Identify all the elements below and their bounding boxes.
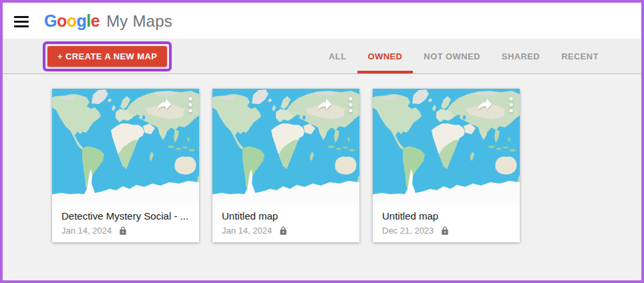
tab-owned[interactable]: OWNED bbox=[357, 39, 414, 73]
maps-toolbar: + CREATE A NEW MAP ALL OWNED NOT OWNED S… bbox=[3, 39, 641, 74]
share-arrow-icon[interactable] bbox=[156, 95, 172, 111]
map-title: Detective Mystery Social - ... bbox=[61, 210, 190, 222]
map-date: Dec 21, 2023 bbox=[382, 226, 434, 236]
share-arrow-icon[interactable] bbox=[317, 95, 333, 111]
google-logo-letter-1: o bbox=[57, 11, 67, 30]
lock-icon bbox=[279, 226, 288, 236]
world-map-image bbox=[373, 89, 520, 204]
map-card[interactable]: Untitled map Jan 14, 2024 bbox=[212, 89, 359, 242]
map-title: Untitled map bbox=[222, 210, 350, 222]
tab-recent[interactable]: RECENT bbox=[550, 39, 609, 73]
lock-icon bbox=[118, 226, 128, 236]
filter-tabs: ALL OWNED NOT OWNED SHARED RECENT bbox=[318, 39, 609, 73]
google-logo: Google bbox=[44, 11, 100, 31]
create-new-map-button[interactable]: + CREATE A NEW MAP bbox=[47, 46, 167, 67]
more-vert-icon[interactable] bbox=[509, 97, 513, 113]
tab-all[interactable]: ALL bbox=[318, 39, 357, 73]
google-logo-letter-0: G bbox=[44, 11, 57, 30]
more-vert-icon[interactable] bbox=[349, 97, 353, 113]
map-thumbnail[interactable] bbox=[212, 89, 359, 204]
annotation-highlight-box: + CREATE A NEW MAP bbox=[43, 41, 172, 71]
map-date: Jan 14, 2024 bbox=[61, 226, 112, 236]
map-title: Untitled map bbox=[382, 210, 510, 222]
world-map-image bbox=[52, 89, 199, 204]
google-my-maps-logo: Google My Maps bbox=[44, 11, 172, 31]
map-card[interactable]: Untitled map Dec 21, 2023 bbox=[373, 89, 520, 242]
map-thumbnail[interactable] bbox=[52, 89, 199, 204]
card-meta: Dec 21, 2023 bbox=[382, 226, 510, 236]
map-card[interactable]: Detective Mystery Social - ... Jan 14, 2… bbox=[52, 89, 199, 242]
google-logo-letter-3: g bbox=[77, 11, 87, 30]
map-thumbnail[interactable] bbox=[373, 89, 520, 204]
world-map-image bbox=[212, 89, 359, 204]
screenshot-annotation-border: Google My Maps + CREATE A NEW MAP ALL OW… bbox=[0, 0, 644, 283]
lock-icon bbox=[440, 226, 450, 236]
google-logo-letter-2: o bbox=[67, 11, 77, 30]
tab-not-owned[interactable]: NOT OWNED bbox=[413, 39, 490, 73]
card-info: Detective Mystery Social - ... Jan 14, 2… bbox=[52, 204, 199, 242]
card-meta: Jan 14, 2024 bbox=[61, 226, 190, 236]
card-info: Untitled map Dec 21, 2023 bbox=[373, 204, 520, 242]
tab-shared[interactable]: SHARED bbox=[491, 39, 550, 73]
map-date: Jan 14, 2024 bbox=[222, 226, 272, 236]
more-vert-icon[interactable] bbox=[188, 97, 192, 113]
hamburger-menu-icon[interactable] bbox=[13, 13, 29, 29]
product-name: My Maps bbox=[106, 12, 172, 31]
app-header: Google My Maps bbox=[3, 3, 641, 39]
map-card-list: Detective Mystery Social - ... Jan 14, 2… bbox=[3, 74, 641, 242]
share-arrow-icon[interactable] bbox=[477, 95, 493, 111]
card-info: Untitled map Jan 14, 2024 bbox=[212, 204, 359, 242]
google-logo-letter-5: e bbox=[91, 11, 100, 30]
card-meta: Jan 14, 2024 bbox=[222, 226, 350, 236]
